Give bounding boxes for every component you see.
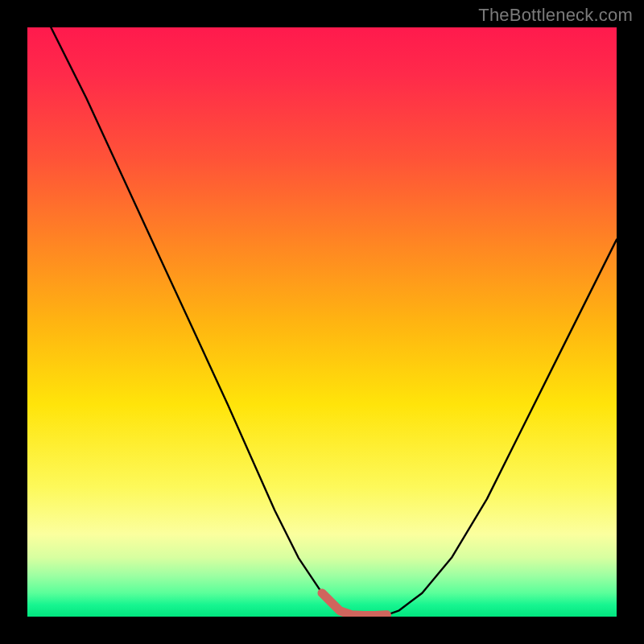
plot-area [27,27,617,617]
highlight-band [322,593,387,616]
chart-frame: TheBottleneck.com [0,0,644,644]
watermark-text: TheBottleneck.com [478,5,633,26]
curve-path [51,27,617,616]
bottleneck-curve [27,27,617,617]
